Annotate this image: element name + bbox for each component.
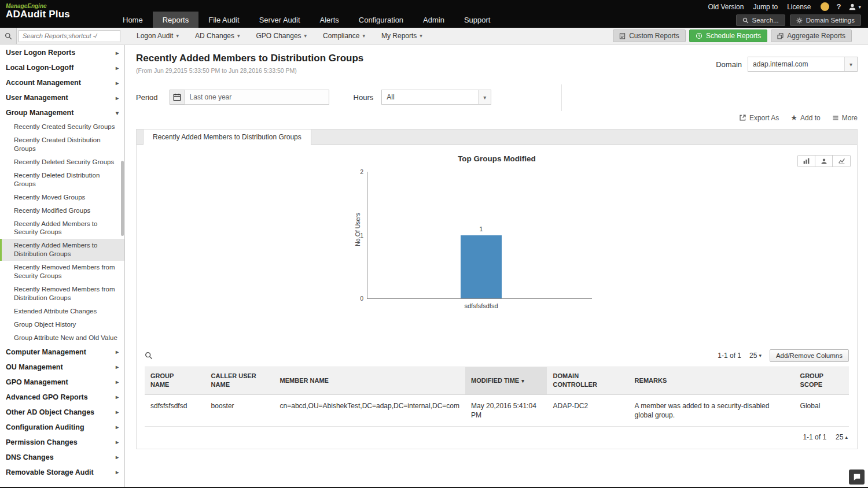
sidebar-report-group-attribute-new-old-value[interactable]: Group Attribute New and Old Value [0,331,124,345]
nav-alerts[interactable]: Alerts [310,12,349,28]
sidebar-item-other-ad-object-changes[interactable]: Other AD Object Changes▸ [0,405,124,420]
sidebar-report-recently-added-members-distribution[interactable]: Recently Added Members to Distribution G… [0,239,124,261]
col-group-name[interactable]: GROUP NAME [145,367,205,395]
sort-desc-icon: ▾ [521,378,524,384]
nav-server-audit[interactable]: Server Audit [249,12,310,28]
chevron-right-icon: ▸ [116,364,119,370]
sidebar-item-dns-changes[interactable]: DNS Changes▸ [0,450,124,465]
chevron-down-icon: ▾ [844,57,857,71]
sidebar-item-local-logon-logoff[interactable]: Local Logon-Logoff▸ [0,60,124,75]
pagination-info-bottom: 1-1 of 1 [803,433,826,441]
cell-group-name: sdfsfsfsdfsd [145,394,205,426]
sidebar-item-gpo-management[interactable]: GPO Management▸ [0,375,124,390]
help-icon[interactable]: ? [837,2,841,11]
menu-gpo-changes[interactable]: GPO Changes▾ [248,28,315,44]
chart-bar[interactable] [461,235,502,299]
menu-my-reports[interactable]: My Reports▾ [373,28,431,44]
menu-compliance[interactable]: Compliance▾ [315,28,373,44]
license-link[interactable]: License [787,3,811,11]
search-icon [742,17,749,24]
sidebar-report-recently-created-security-groups[interactable]: Recently Created Security Groups [0,120,124,134]
sidebar-report-recently-removed-members-distribution[interactable]: Recently Removed Members from Distributi… [0,283,124,305]
custom-reports-button[interactable]: Custom Reports [613,29,686,42]
chevron-down-icon: ▾ [176,33,179,39]
user-icon [848,3,856,11]
report-icon [619,33,626,39]
sidebar-report-extended-attribute-changes[interactable]: Extended Attribute Changes [0,305,124,318]
sidebar-item-group-management[interactable]: Group Management▾ [0,105,124,120]
sidebar-report-recently-moved-groups[interactable]: Recently Moved Groups [0,191,124,204]
col-member-name[interactable]: MEMBER NAME [274,367,466,395]
sidebar-item-advanced-gpo-reports[interactable]: Advanced GPO Reports▸ [0,390,124,405]
col-domain-controller[interactable]: DOMAIN CONTROLLER [547,367,628,395]
report-search-input[interactable] [19,30,120,42]
sidebar-item-ou-management[interactable]: OU Management▸ [0,360,124,375]
sidebar-item-permission-changes[interactable]: Permission Changes▸ [0,435,124,450]
sidebar-item-configuration-auditing[interactable]: Configuration Auditing▸ [0,420,124,435]
table-row[interactable]: sdfsfsfsdfsd booster cn=abcd,OU=AbishekT… [145,394,849,426]
report-actions: Export As ★ Add to More [739,113,858,122]
nav-admin[interactable]: Admin [413,12,454,28]
add-to-link[interactable]: ★ Add to [790,113,820,122]
col-caller-user-name[interactable]: CALLER USER NAME [205,367,274,395]
menu-logon-audit[interactable]: Logon Audit▾ [128,28,187,44]
cell-caller-user-name: booster [205,394,274,426]
sidebar-item-computer-management[interactable]: Computer Management▸ [0,345,124,360]
aggregate-reports-button[interactable]: Aggregate Reports [771,29,852,42]
page-size-select[interactable]: 25 ▾ [749,352,762,360]
filter-separator [561,84,562,111]
sidebar-item-removable-storage-audit[interactable]: Removable Storage Audit▸ [0,465,124,480]
sidebar-item-user-management[interactable]: User Management▸ [0,90,124,105]
cell-modified-time: May 20,2016 5:41:04 PM [465,394,547,426]
user-menu[interactable]: ▾ [848,3,861,11]
app-logo[interactable]: ManageEngine ADAudit Plus [6,3,70,20]
tab-recently-added-members-distribution[interactable]: Recently Added Members to Distribution G… [143,130,311,145]
sidebar-item-user-logon-reports[interactable]: User Logon Reports▸ [0,45,124,60]
col-modified-time[interactable]: MODIFIED TIME▾ [465,367,547,395]
nav-configuration[interactable]: Configuration [349,12,413,28]
nav-file-audit[interactable]: File Audit [198,12,249,28]
period-input[interactable] [185,90,329,105]
line-chart-icon[interactable] [833,156,850,167]
more-link[interactable]: More [832,114,858,122]
old-version-link[interactable]: Old Version [708,3,744,11]
x-category-label: sdfsfsfsdfsd [461,302,502,309]
sidebar-report-recently-created-distribution-groups[interactable]: Recently Created Distribution Groups [0,134,124,156]
nav-reports[interactable]: Reports [153,12,199,28]
page-size-select-bottom[interactable]: 25 ▴ [836,433,848,441]
chevron-down-icon: ▾ [420,33,422,39]
chevron-right-icon: ▸ [116,409,119,415]
chat-icon [853,473,861,481]
chevron-right-icon: ▸ [116,439,119,445]
sidebar-report-group-object-history[interactable]: Group Object History [0,318,124,331]
y-tick-0: 0 [360,295,363,302]
sidebar-report-recently-added-members-security[interactable]: Recently Added Members to Security Group… [0,217,124,239]
sidebar-report-recently-deleted-distribution-groups[interactable]: Recently Deleted Distribution Groups [0,169,124,191]
report-search-button[interactable] [0,28,17,44]
sidebar-item-account-management[interactable]: Account Management▸ [0,75,124,90]
global-search-button[interactable]: Search... [736,14,785,26]
domain-settings-button[interactable]: Domain Settings [790,14,861,26]
user-summary-icon[interactable] [815,156,833,167]
notification-icon[interactable] [821,2,829,11]
sidebar-report-recently-removed-members-security[interactable]: Recently Removed Members from Security G… [0,261,124,283]
jump-to-link[interactable]: Jump to [753,3,778,11]
add-remove-columns-button[interactable]: Add/Remove Columns [770,349,849,362]
sidebar-report-recently-modified-groups[interactable]: Recently Modified Groups [0,204,124,217]
domain-select[interactable]: adap.internal.com ▾ [748,57,858,72]
nav-home[interactable]: Home [113,12,153,28]
menu-ad-changes[interactable]: AD Changes▾ [187,28,248,44]
hours-select[interactable]: All ▾ [381,90,491,105]
bar-chart-icon[interactable] [798,156,815,167]
col-remarks[interactable]: REMARKS [629,367,795,395]
export-as-link[interactable]: Export As [739,114,779,122]
cell-group-scope: Global [795,394,849,426]
table-search-button[interactable] [145,352,153,360]
sidebar-report-recently-deleted-security-groups[interactable]: Recently Deleted Security Groups [0,156,124,169]
sidebar-scrollbar[interactable] [121,161,124,236]
chat-support-button[interactable] [849,469,865,485]
schedule-reports-button[interactable]: Schedule Reports [689,29,767,42]
nav-support[interactable]: Support [454,12,501,28]
calendar-button[interactable] [170,90,185,105]
col-group-scope[interactable]: GROUP SCOPE [795,367,849,395]
